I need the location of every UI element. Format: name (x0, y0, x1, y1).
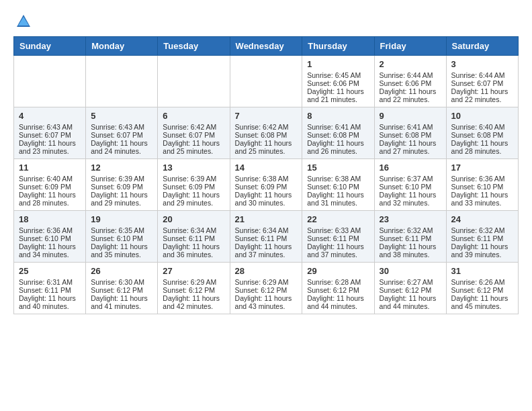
calendar-cell: 6Sunrise: 6:42 AMSunset: 6:07 PMDaylight… (158, 107, 230, 159)
day-info-line: Daylight: 11 hours (19, 242, 81, 250)
day-info-line: and 35 minutes. (91, 250, 152, 259)
day-info-line: Sunset: 6:08 PM (307, 131, 369, 139)
day-info-line: Daylight: 11 hours (307, 294, 369, 302)
day-number: 7 (235, 111, 298, 121)
day-info-line: Sunrise: 6:32 AM (380, 226, 441, 234)
day-info-line: Daylight: 11 hours (163, 242, 224, 250)
calendar-cell: 10Sunrise: 6:40 AMSunset: 6:08 PMDayligh… (446, 107, 518, 159)
day-number: 17 (451, 163, 513, 173)
day-info-line: Daylight: 11 hours (307, 191, 369, 199)
day-info-line: Sunrise: 6:29 AM (163, 278, 224, 286)
calendar-header-saturday: Saturday (446, 37, 518, 56)
day-number: 19 (91, 214, 152, 224)
day-info-line: Sunset: 6:06 PM (380, 79, 441, 87)
calendar-cell: 3Sunrise: 6:44 AMSunset: 6:07 PMDaylight… (446, 56, 518, 107)
day-number: 20 (163, 214, 224, 224)
day-number: 25 (19, 266, 81, 276)
day-info-line: and 22 minutes. (451, 95, 513, 103)
day-info-line: Sunrise: 6:26 AM (451, 278, 513, 286)
day-number: 1 (307, 59, 369, 69)
day-info-line: Sunset: 6:11 PM (163, 234, 224, 242)
day-info-line: Sunset: 6:08 PM (451, 131, 513, 139)
calendar-cell: 19Sunrise: 6:35 AMSunset: 6:10 PMDayligh… (86, 211, 158, 263)
day-number: 14 (235, 163, 298, 173)
day-info-line: and 26 minutes. (307, 147, 369, 155)
day-info-line: Sunrise: 6:41 AM (307, 123, 369, 131)
day-number: 21 (235, 214, 298, 224)
day-number: 23 (380, 214, 441, 224)
calendar-cell: 27Sunrise: 6:29 AMSunset: 6:12 PMDayligh… (158, 263, 230, 314)
calendar-table: SundayMondayTuesdayWednesdayThursdayFrid… (13, 36, 519, 314)
day-info-line: Daylight: 11 hours (163, 139, 224, 147)
day-info-line: and 44 minutes. (380, 302, 441, 310)
day-info-line: Sunset: 6:12 PM (380, 286, 441, 294)
day-info-line: and 24 minutes. (91, 147, 152, 155)
calendar-cell: 31Sunrise: 6:26 AMSunset: 6:12 PMDayligh… (446, 263, 518, 314)
day-info-line: Daylight: 11 hours (235, 294, 298, 302)
day-info-line: and 31 minutes. (307, 199, 369, 207)
day-info-line: and 42 minutes. (163, 302, 224, 310)
day-info-line: Daylight: 11 hours (380, 242, 441, 250)
day-info-line: Sunset: 6:09 PM (163, 183, 224, 191)
svg-marker-1 (18, 17, 29, 26)
calendar-cell: 5Sunrise: 6:43 AMSunset: 6:07 PMDaylight… (86, 107, 158, 159)
calendar-header-tuesday: Tuesday (158, 37, 230, 56)
calendar-header-row: SundayMondayTuesdayWednesdayThursdayFrid… (14, 37, 519, 56)
day-info-line: Sunset: 6:10 PM (19, 234, 81, 242)
day-number: 27 (163, 266, 224, 276)
day-info-line: Daylight: 11 hours (91, 139, 152, 147)
day-number: 4 (19, 111, 81, 121)
day-number: 24 (451, 214, 513, 224)
calendar-header-sunday: Sunday (14, 37, 86, 56)
day-info-line: Sunrise: 6:36 AM (451, 175, 513, 183)
day-info-line: Sunset: 6:11 PM (380, 234, 441, 242)
day-info-line: and 45 minutes. (451, 302, 513, 310)
day-info-line: and 44 minutes. (307, 302, 369, 310)
day-info-line: and 23 minutes. (19, 147, 81, 155)
day-info-line: Daylight: 11 hours (451, 87, 513, 95)
day-number: 2 (380, 59, 441, 69)
calendar-cell: 12Sunrise: 6:39 AMSunset: 6:09 PMDayligh… (86, 159, 158, 211)
day-number: 29 (307, 266, 369, 276)
day-info-line: Daylight: 11 hours (451, 191, 513, 199)
day-info-line: Sunset: 6:10 PM (307, 183, 369, 191)
day-info-line: Daylight: 11 hours (163, 191, 224, 199)
day-info-line: Sunset: 6:06 PM (307, 79, 369, 87)
calendar-cell: 15Sunrise: 6:38 AMSunset: 6:10 PMDayligh… (302, 159, 374, 211)
calendar-header-wednesday: Wednesday (230, 37, 302, 56)
day-info-line: Daylight: 11 hours (235, 139, 298, 147)
day-info-line: Daylight: 11 hours (380, 87, 441, 95)
day-info-line: Sunrise: 6:34 AM (235, 226, 298, 234)
day-number: 31 (451, 266, 513, 276)
calendar-cell: 20Sunrise: 6:34 AMSunset: 6:11 PMDayligh… (158, 211, 230, 263)
calendar-cell: 1Sunrise: 6:45 AMSunset: 6:06 PMDaylight… (302, 56, 374, 107)
day-info-line: Sunset: 6:09 PM (19, 183, 81, 191)
day-info-line: Daylight: 11 hours (307, 242, 369, 250)
day-info-line: Sunset: 6:11 PM (451, 234, 513, 242)
day-info-line: and 22 minutes. (380, 95, 441, 103)
day-info-line: Sunrise: 6:28 AM (307, 278, 369, 286)
calendar-cell: 23Sunrise: 6:32 AMSunset: 6:11 PMDayligh… (374, 211, 446, 263)
day-info-line: Sunrise: 6:42 AM (163, 123, 224, 131)
day-info-line: Sunrise: 6:44 AM (380, 71, 441, 79)
day-info-line: and 28 minutes. (451, 147, 513, 155)
day-info-line: Sunrise: 6:32 AM (451, 226, 513, 234)
calendar-header-friday: Friday (374, 37, 446, 56)
day-info-line: Daylight: 11 hours (19, 139, 81, 147)
calendar-cell: 11Sunrise: 6:40 AMSunset: 6:09 PMDayligh… (14, 159, 86, 211)
calendar-cell: 7Sunrise: 6:42 AMSunset: 6:08 PMDaylight… (230, 107, 302, 159)
day-info-line: Sunrise: 6:45 AM (307, 71, 369, 79)
day-info-line: Daylight: 11 hours (19, 191, 81, 199)
day-info-line: Sunrise: 6:41 AM (380, 123, 441, 131)
day-info-line: Daylight: 11 hours (451, 294, 513, 302)
day-info-line: and 21 minutes. (307, 95, 369, 103)
page-header (13, 13, 519, 30)
day-info-line: Sunset: 6:07 PM (19, 131, 81, 139)
day-info-line: Daylight: 11 hours (91, 191, 152, 199)
calendar-cell (230, 56, 302, 107)
day-number: 18 (19, 214, 81, 224)
day-info-line: Daylight: 11 hours (451, 242, 513, 250)
day-number: 26 (91, 266, 152, 276)
day-info-line: Daylight: 11 hours (235, 191, 298, 199)
day-info-line: Daylight: 11 hours (91, 242, 152, 250)
